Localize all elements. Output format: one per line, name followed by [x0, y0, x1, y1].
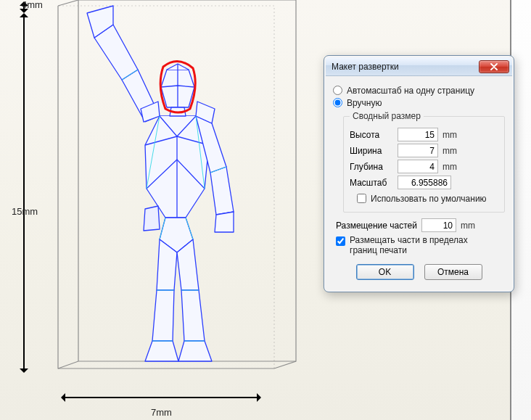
- ok-button[interactable]: OK: [356, 264, 414, 280]
- close-button[interactable]: [479, 60, 509, 73]
- use-default-row[interactable]: Использовать по умолчанию: [357, 194, 498, 204]
- svg-marker-18: [144, 206, 160, 231]
- depth-unit: mm: [442, 162, 460, 172]
- fit-in-bounds-label: Размещать части в пределах границ печати: [350, 235, 480, 255]
- viewport-3d[interactable]: 15mm 4mm 7mm: [0, 0, 531, 420]
- dialog-titlebar[interactable]: Макет развертки: [326, 57, 512, 76]
- depth-dimension-label: 4mm: [22, 0, 43, 10]
- svg-marker-4: [145, 341, 178, 361]
- radio-autoscale-row[interactable]: Автомасштаб на одну страницу: [333, 86, 505, 96]
- part-spacing-unit: mm: [461, 221, 478, 231]
- model-wireframe[interactable]: [44, 0, 305, 406]
- width-unit: mm: [442, 146, 460, 156]
- width-row: Ширина mm: [350, 144, 498, 157]
- dialog-body: Автомасштаб на одну страницу Вручную Сво…: [327, 81, 511, 289]
- dialog-button-row: OK Отмена: [333, 264, 505, 280]
- height-unit: mm: [442, 130, 460, 140]
- dialog-title: Макет развертки: [332, 62, 399, 72]
- cancel-button[interactable]: Отмена: [424, 264, 482, 280]
- height-dimension-label: 15mm: [12, 206, 38, 217]
- fit-in-bounds-row[interactable]: Размещать части в пределах границ печати: [336, 235, 505, 255]
- radio-manual-label: Вручную: [347, 98, 382, 108]
- depth-input[interactable]: [398, 160, 438, 173]
- close-icon: [490, 63, 498, 70]
- radio-manual-row[interactable]: Вручную: [333, 98, 505, 108]
- width-label: Ширина: [350, 146, 393, 156]
- part-spacing-label: Размещение частей: [336, 221, 417, 231]
- depth-row: Глубина mm: [350, 160, 498, 173]
- size-group: Сводный размер Высота mm Ширина mm Глуби…: [343, 111, 505, 213]
- fit-in-bounds-checkbox[interactable]: [336, 236, 345, 246]
- part-spacing-input[interactable]: [421, 218, 456, 232]
- svg-marker-12: [210, 167, 234, 215]
- height-input[interactable]: [398, 128, 438, 141]
- width-dimension-label: 7mm: [151, 407, 172, 418]
- svg-marker-7: [178, 341, 212, 361]
- svg-marker-13: [215, 212, 234, 232]
- svg-marker-3: [152, 290, 174, 341]
- radio-autoscale[interactable]: [333, 86, 342, 95]
- width-input[interactable]: [398, 144, 438, 157]
- use-default-label: Использовать по умолчанию: [371, 194, 487, 204]
- height-label: Высота: [350, 130, 393, 140]
- unfold-layout-dialog: Макет развертки Автомасштаб на одну стра…: [324, 55, 514, 292]
- radio-autoscale-label: Автомасштаб на одну страницу: [347, 86, 474, 96]
- scale-label: Масштаб: [350, 178, 393, 188]
- size-group-legend: Сводный размер: [350, 111, 424, 121]
- scale-row: Масштаб: [350, 176, 498, 189]
- svg-marker-6: [181, 290, 205, 341]
- height-row: Высота mm: [350, 128, 498, 141]
- depth-label: Глубина: [350, 162, 393, 172]
- scale-input[interactable]: [398, 176, 451, 189]
- part-spacing-row: Размещение частей mm: [336, 218, 505, 232]
- height-arrow: [23, 16, 25, 370]
- use-default-checkbox[interactable]: [357, 194, 366, 203]
- radio-manual[interactable]: [333, 98, 342, 107]
